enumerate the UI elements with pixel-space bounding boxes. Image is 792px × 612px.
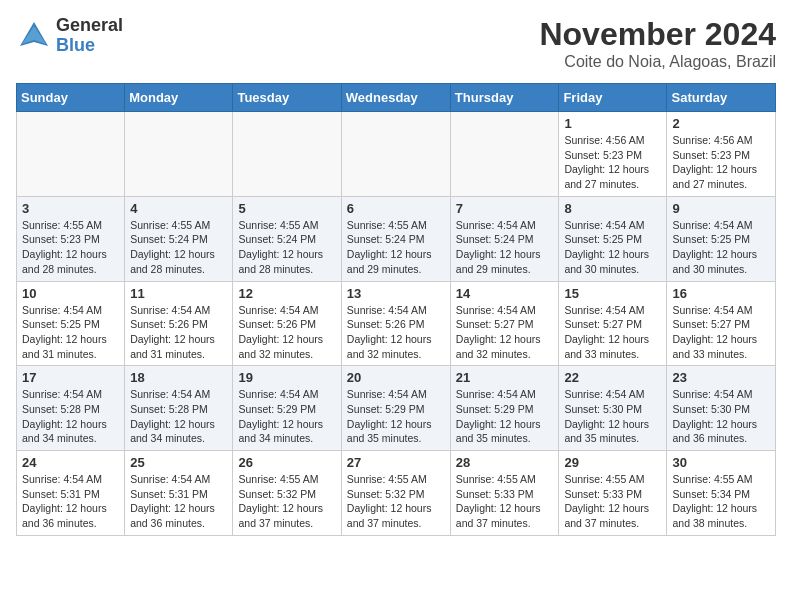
- day-number: 12: [238, 286, 335, 301]
- calendar-cell: 30Sunrise: 4:55 AM Sunset: 5:34 PM Dayli…: [667, 451, 776, 536]
- day-info: Sunrise: 4:54 AM Sunset: 5:24 PM Dayligh…: [456, 218, 554, 277]
- day-number: 27: [347, 455, 445, 470]
- calendar-cell: 10Sunrise: 4:54 AM Sunset: 5:25 PM Dayli…: [17, 281, 125, 366]
- day-number: 28: [456, 455, 554, 470]
- calendar: SundayMondayTuesdayWednesdayThursdayFrid…: [16, 83, 776, 536]
- title-area: November 2024 Coite do Noia, Alagoas, Br…: [539, 16, 776, 71]
- day-number: 26: [238, 455, 335, 470]
- logo-icon: [16, 18, 52, 54]
- day-info: Sunrise: 4:54 AM Sunset: 5:30 PM Dayligh…: [672, 387, 770, 446]
- day-number: 14: [456, 286, 554, 301]
- day-number: 29: [564, 455, 661, 470]
- calendar-week-row: 1Sunrise: 4:56 AM Sunset: 5:23 PM Daylig…: [17, 112, 776, 197]
- calendar-cell: 26Sunrise: 4:55 AM Sunset: 5:32 PM Dayli…: [233, 451, 341, 536]
- day-number: 8: [564, 201, 661, 216]
- day-info: Sunrise: 4:54 AM Sunset: 5:31 PM Dayligh…: [22, 472, 119, 531]
- day-number: 17: [22, 370, 119, 385]
- calendar-cell: 13Sunrise: 4:54 AM Sunset: 5:26 PM Dayli…: [341, 281, 450, 366]
- day-info: Sunrise: 4:54 AM Sunset: 5:27 PM Dayligh…: [672, 303, 770, 362]
- day-number: 30: [672, 455, 770, 470]
- day-number: 4: [130, 201, 227, 216]
- day-info: Sunrise: 4:54 AM Sunset: 5:28 PM Dayligh…: [22, 387, 119, 446]
- header: General Blue November 2024 Coite do Noia…: [16, 16, 776, 71]
- calendar-cell: 20Sunrise: 4:54 AM Sunset: 5:29 PM Dayli…: [341, 366, 450, 451]
- day-number: 15: [564, 286, 661, 301]
- location: Coite do Noia, Alagoas, Brazil: [539, 53, 776, 71]
- day-number: 24: [22, 455, 119, 470]
- day-number: 19: [238, 370, 335, 385]
- calendar-cell: 17Sunrise: 4:54 AM Sunset: 5:28 PM Dayli…: [17, 366, 125, 451]
- day-number: 18: [130, 370, 227, 385]
- day-number: 21: [456, 370, 554, 385]
- day-info: Sunrise: 4:55 AM Sunset: 5:24 PM Dayligh…: [130, 218, 227, 277]
- calendar-cell: 25Sunrise: 4:54 AM Sunset: 5:31 PM Dayli…: [125, 451, 233, 536]
- day-info: Sunrise: 4:55 AM Sunset: 5:23 PM Dayligh…: [22, 218, 119, 277]
- calendar-cell: 5Sunrise: 4:55 AM Sunset: 5:24 PM Daylig…: [233, 196, 341, 281]
- calendar-weekday-monday: Monday: [125, 84, 233, 112]
- day-info: Sunrise: 4:55 AM Sunset: 5:33 PM Dayligh…: [456, 472, 554, 531]
- day-number: 5: [238, 201, 335, 216]
- calendar-weekday-thursday: Thursday: [450, 84, 559, 112]
- logo-blue-text: Blue: [56, 36, 123, 56]
- day-info: Sunrise: 4:55 AM Sunset: 5:33 PM Dayligh…: [564, 472, 661, 531]
- calendar-cell: 28Sunrise: 4:55 AM Sunset: 5:33 PM Dayli…: [450, 451, 559, 536]
- calendar-cell: [233, 112, 341, 197]
- month-title: November 2024: [539, 16, 776, 53]
- day-info: Sunrise: 4:54 AM Sunset: 5:29 PM Dayligh…: [238, 387, 335, 446]
- day-number: 6: [347, 201, 445, 216]
- calendar-cell: 1Sunrise: 4:56 AM Sunset: 5:23 PM Daylig…: [559, 112, 667, 197]
- calendar-header-row: SundayMondayTuesdayWednesdayThursdayFrid…: [17, 84, 776, 112]
- calendar-cell: 24Sunrise: 4:54 AM Sunset: 5:31 PM Dayli…: [17, 451, 125, 536]
- day-number: 20: [347, 370, 445, 385]
- day-number: 16: [672, 286, 770, 301]
- day-info: Sunrise: 4:54 AM Sunset: 5:27 PM Dayligh…: [456, 303, 554, 362]
- calendar-weekday-saturday: Saturday: [667, 84, 776, 112]
- calendar-cell: 18Sunrise: 4:54 AM Sunset: 5:28 PM Dayli…: [125, 366, 233, 451]
- calendar-body: 1Sunrise: 4:56 AM Sunset: 5:23 PM Daylig…: [17, 112, 776, 536]
- calendar-cell: 3Sunrise: 4:55 AM Sunset: 5:23 PM Daylig…: [17, 196, 125, 281]
- day-info: Sunrise: 4:54 AM Sunset: 5:25 PM Dayligh…: [672, 218, 770, 277]
- day-number: 11: [130, 286, 227, 301]
- day-number: 22: [564, 370, 661, 385]
- day-info: Sunrise: 4:55 AM Sunset: 5:34 PM Dayligh…: [672, 472, 770, 531]
- calendar-week-row: 24Sunrise: 4:54 AM Sunset: 5:31 PM Dayli…: [17, 451, 776, 536]
- day-number: 1: [564, 116, 661, 131]
- calendar-cell: 2Sunrise: 4:56 AM Sunset: 5:23 PM Daylig…: [667, 112, 776, 197]
- day-info: Sunrise: 4:54 AM Sunset: 5:29 PM Dayligh…: [347, 387, 445, 446]
- calendar-cell: 19Sunrise: 4:54 AM Sunset: 5:29 PM Dayli…: [233, 366, 341, 451]
- logo-text: General Blue: [56, 16, 123, 56]
- day-info: Sunrise: 4:55 AM Sunset: 5:32 PM Dayligh…: [347, 472, 445, 531]
- day-info: Sunrise: 4:54 AM Sunset: 5:26 PM Dayligh…: [238, 303, 335, 362]
- calendar-cell: 4Sunrise: 4:55 AM Sunset: 5:24 PM Daylig…: [125, 196, 233, 281]
- calendar-cell: 16Sunrise: 4:54 AM Sunset: 5:27 PM Dayli…: [667, 281, 776, 366]
- day-info: Sunrise: 4:54 AM Sunset: 5:29 PM Dayligh…: [456, 387, 554, 446]
- calendar-cell: 6Sunrise: 4:55 AM Sunset: 5:24 PM Daylig…: [341, 196, 450, 281]
- day-info: Sunrise: 4:55 AM Sunset: 5:24 PM Dayligh…: [238, 218, 335, 277]
- calendar-cell: [125, 112, 233, 197]
- day-info: Sunrise: 4:54 AM Sunset: 5:27 PM Dayligh…: [564, 303, 661, 362]
- calendar-cell: 11Sunrise: 4:54 AM Sunset: 5:26 PM Dayli…: [125, 281, 233, 366]
- calendar-cell: 9Sunrise: 4:54 AM Sunset: 5:25 PM Daylig…: [667, 196, 776, 281]
- day-info: Sunrise: 4:56 AM Sunset: 5:23 PM Dayligh…: [564, 133, 661, 192]
- calendar-cell: [341, 112, 450, 197]
- day-info: Sunrise: 4:54 AM Sunset: 5:26 PM Dayligh…: [130, 303, 227, 362]
- day-info: Sunrise: 4:54 AM Sunset: 5:26 PM Dayligh…: [347, 303, 445, 362]
- calendar-cell: 14Sunrise: 4:54 AM Sunset: 5:27 PM Dayli…: [450, 281, 559, 366]
- day-info: Sunrise: 4:55 AM Sunset: 5:24 PM Dayligh…: [347, 218, 445, 277]
- calendar-cell: 21Sunrise: 4:54 AM Sunset: 5:29 PM Dayli…: [450, 366, 559, 451]
- day-number: 9: [672, 201, 770, 216]
- calendar-cell: 7Sunrise: 4:54 AM Sunset: 5:24 PM Daylig…: [450, 196, 559, 281]
- logo-general-text: General: [56, 16, 123, 36]
- calendar-week-row: 17Sunrise: 4:54 AM Sunset: 5:28 PM Dayli…: [17, 366, 776, 451]
- calendar-cell: 22Sunrise: 4:54 AM Sunset: 5:30 PM Dayli…: [559, 366, 667, 451]
- day-info: Sunrise: 4:54 AM Sunset: 5:28 PM Dayligh…: [130, 387, 227, 446]
- calendar-cell: [450, 112, 559, 197]
- day-number: 10: [22, 286, 119, 301]
- day-info: Sunrise: 4:54 AM Sunset: 5:25 PM Dayligh…: [22, 303, 119, 362]
- logo: General Blue: [16, 16, 123, 56]
- calendar-cell: 12Sunrise: 4:54 AM Sunset: 5:26 PM Dayli…: [233, 281, 341, 366]
- day-info: Sunrise: 4:55 AM Sunset: 5:32 PM Dayligh…: [238, 472, 335, 531]
- calendar-weekday-wednesday: Wednesday: [341, 84, 450, 112]
- calendar-weekday-sunday: Sunday: [17, 84, 125, 112]
- day-number: 7: [456, 201, 554, 216]
